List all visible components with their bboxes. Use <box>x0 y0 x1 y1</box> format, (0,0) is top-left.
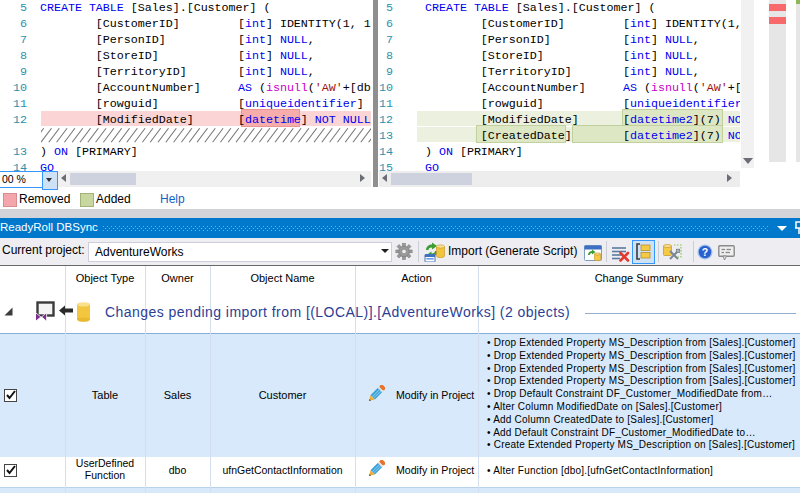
svg-text:?: ? <box>702 246 708 258</box>
